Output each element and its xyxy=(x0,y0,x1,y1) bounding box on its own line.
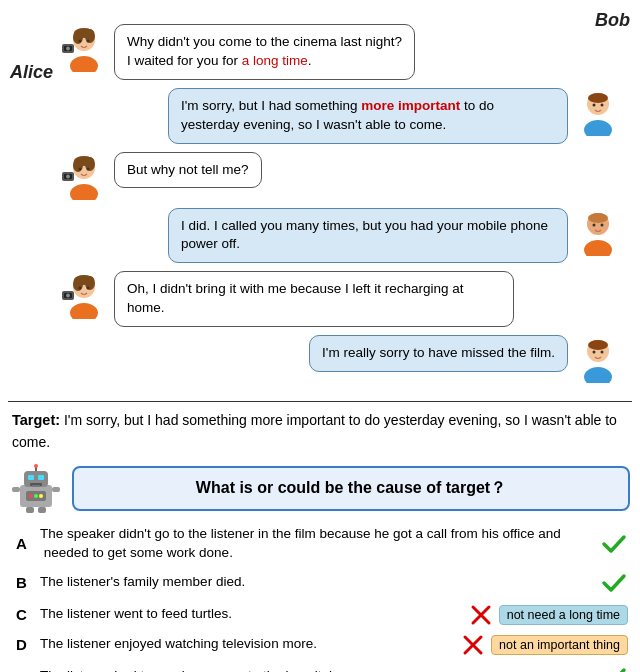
svg-point-12 xyxy=(588,93,608,103)
bubble-1: Why didn't you come to the cinema last n… xyxy=(114,24,415,80)
svg-rect-58 xyxy=(52,487,60,492)
svg-point-39 xyxy=(66,294,70,298)
bubble-4: I did. I called you many times, but you … xyxy=(168,208,568,264)
bubble-5: Oh, I didn't bring it with me because I … xyxy=(114,271,514,327)
chat-row-4: I did. I called you many times, but you … xyxy=(10,208,622,264)
option-letter-e: E xyxy=(16,668,34,672)
svg-point-16 xyxy=(70,184,98,200)
option-row-b: B The listener's family member died. xyxy=(16,569,628,597)
svg-point-1 xyxy=(70,56,98,72)
question-row: What is or could be the cause of target？ xyxy=(10,463,630,515)
svg-rect-52 xyxy=(32,485,40,487)
svg-point-41 xyxy=(584,367,612,383)
svg-rect-60 xyxy=(38,507,46,513)
chat-row-3: But why not tell me? xyxy=(60,152,630,200)
bob-name-label: Bob xyxy=(595,10,630,31)
bob-avatar-3 xyxy=(574,335,622,383)
alice-avatar-1 xyxy=(60,24,108,72)
option-text-e: The listener had to send someone to the … xyxy=(40,667,594,672)
option-text-d: The listener enjoyed watching television… xyxy=(40,635,455,654)
target-label: Target: xyxy=(12,412,60,428)
svg-point-29 xyxy=(601,223,604,226)
svg-rect-49 xyxy=(28,475,34,480)
question-box: What is or could be the cause of target？ xyxy=(72,466,630,511)
bubble-2-text: I'm sorry, but I had something more impo… xyxy=(181,98,494,132)
svg-point-4 xyxy=(74,28,94,38)
svg-point-35 xyxy=(79,287,82,290)
svg-point-48 xyxy=(34,464,38,468)
highlight-longtime: a long time xyxy=(242,53,308,68)
robot-icon xyxy=(10,463,62,515)
svg-rect-59 xyxy=(26,507,34,513)
chat-row-2: I'm sorry, but I had something more impo… xyxy=(10,88,622,144)
svg-point-6 xyxy=(87,40,90,43)
target-section: Target: I'm sorry, but I had something m… xyxy=(0,406,640,457)
svg-point-26 xyxy=(584,240,612,256)
alice-avatar-2 xyxy=(60,152,108,200)
bubble-3-text: But why not tell me? xyxy=(127,162,249,177)
option-letter-b: B xyxy=(16,574,34,591)
svg-point-14 xyxy=(601,103,604,106)
svg-rect-50 xyxy=(38,475,44,480)
tag-d: not an important thing xyxy=(491,635,628,655)
option-row-a: A The speaker didn't go to the listener … xyxy=(16,525,628,563)
svg-point-27 xyxy=(588,213,608,223)
chat-row-1: Why didn't you come to the cinema last n… xyxy=(60,24,630,80)
svg-point-56 xyxy=(39,494,43,498)
svg-rect-57 xyxy=(12,487,20,492)
svg-point-31 xyxy=(70,303,98,319)
svg-point-5 xyxy=(79,40,82,43)
tag-c: not need a long time xyxy=(499,605,628,625)
svg-point-24 xyxy=(66,174,70,178)
chat-row-6: I'm really sorry to have missed the film… xyxy=(10,335,622,383)
bob-avatar-2 xyxy=(574,208,622,256)
section-divider xyxy=(8,401,632,402)
svg-point-36 xyxy=(87,287,90,290)
option-text-a: The speaker didn't go to the listener in… xyxy=(40,525,594,563)
option-letter-a: A xyxy=(16,535,34,552)
option-text-c: The listener went to feed turtles. xyxy=(40,605,463,624)
option-text-b: The listener's family member died. xyxy=(40,573,594,592)
options-section: A The speaker didn't go to the listener … xyxy=(0,519,640,672)
svg-point-28 xyxy=(593,223,596,226)
svg-point-21 xyxy=(87,167,90,170)
option-letter-c: C xyxy=(16,606,34,623)
svg-point-13 xyxy=(593,103,596,106)
highlight-important: more important xyxy=(361,98,460,113)
bubble-3: But why not tell me? xyxy=(114,152,262,189)
svg-point-55 xyxy=(34,494,38,498)
option-letter-d: D xyxy=(16,636,34,653)
svg-point-20 xyxy=(79,167,82,170)
svg-point-54 xyxy=(29,494,33,498)
svg-point-44 xyxy=(601,351,604,354)
svg-point-11 xyxy=(584,120,612,136)
check-icon-e xyxy=(600,663,628,672)
bubble-2: I'm sorry, but I had something more impo… xyxy=(168,88,568,144)
option-row-e: E The listener had to send someone to th… xyxy=(16,663,628,672)
bubble-1-text: Why didn't you come to the cinema last n… xyxy=(127,34,402,68)
target-text: I'm sorry, but I had something more impo… xyxy=(12,412,617,450)
alice-name-label: Alice xyxy=(10,62,53,83)
chat-area: Bob Alice Why didn't you come to the c xyxy=(0,0,640,397)
svg-point-9 xyxy=(66,47,70,51)
check-icon-a xyxy=(600,530,628,558)
svg-point-34 xyxy=(74,275,94,285)
bubble-5-text: Oh, I didn't bring it with me because I … xyxy=(127,281,464,315)
svg-point-43 xyxy=(593,351,596,354)
alice-avatar-3 xyxy=(60,271,108,319)
chat-row-5: Oh, I didn't bring it with me because I … xyxy=(60,271,630,327)
bubble-6: I'm really sorry to have missed the film… xyxy=(309,335,568,372)
svg-point-19 xyxy=(74,156,94,166)
option-row-c: C The listener went to feed turtles. not… xyxy=(16,603,628,627)
bubble-4-text: I did. I called you many times, but you … xyxy=(181,218,548,252)
option-row-d: D The listener enjoyed watching televisi… xyxy=(16,633,628,657)
cross-icon-c xyxy=(469,603,493,627)
bubble-6-text: I'm really sorry to have missed the film… xyxy=(322,345,555,360)
cross-icon-d xyxy=(461,633,485,657)
bob-avatar-1 xyxy=(574,88,622,136)
svg-point-42 xyxy=(588,340,608,350)
question-text: What is or could be the cause of target？ xyxy=(196,479,506,496)
check-icon-b xyxy=(600,569,628,597)
